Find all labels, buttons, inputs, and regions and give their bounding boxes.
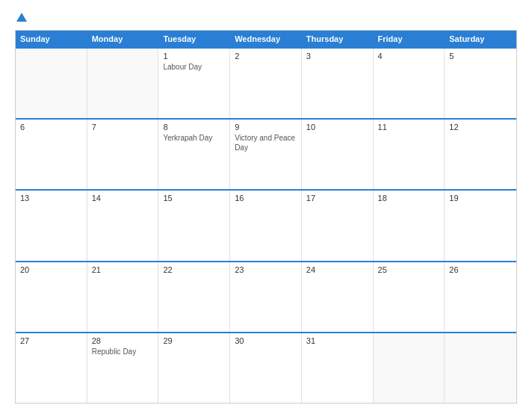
calendar-cell: 12 — [445, 120, 516, 189]
day-number: 19 — [449, 194, 512, 203]
calendar-grid: SundayMondayTuesdayWednesdayThursdayFrid… — [15, 30, 517, 404]
calendar-body: 1Labour Day2345678Yerkrapah Day9Victory … — [16, 47, 516, 403]
calendar-header: SundayMondayTuesdayWednesdayThursdayFrid… — [16, 31, 516, 47]
weekday-header-monday: Monday — [87, 31, 159, 47]
calendar-cell: 20 — [16, 262, 87, 332]
calendar-cell: 10 — [302, 120, 374, 189]
holiday-label: Republic Day — [92, 347, 154, 356]
day-number: 4 — [378, 52, 440, 61]
calendar-cell: 25 — [374, 262, 445, 332]
day-number: 16 — [235, 194, 297, 203]
calendar-cell: 29 — [158, 333, 230, 403]
calendar-page: SundayMondayTuesdayWednesdayThursdayFrid… — [0, 0, 532, 411]
calendar-cell: 1Labour Day — [158, 49, 230, 118]
weekday-header-friday: Friday — [374, 31, 445, 47]
day-number: 3 — [306, 52, 368, 61]
weekday-header-tuesday: Tuesday — [158, 31, 230, 47]
day-number: 29 — [163, 336, 225, 345]
calendar-cell: 24 — [302, 262, 374, 332]
calendar-cell: 6 — [16, 120, 87, 189]
calendar-cell: 21 — [87, 262, 159, 332]
calendar-cell: 30 — [230, 333, 302, 403]
day-number: 22 — [163, 265, 225, 274]
calendar-cell — [445, 333, 516, 403]
calendar-cell: 5 — [445, 49, 516, 118]
calendar-cell: 19 — [445, 191, 516, 260]
calendar-week-3: 13141516171819 — [16, 189, 516, 260]
day-number: 31 — [306, 336, 368, 345]
calendar-cell: 23 — [230, 262, 302, 332]
logo-triangle-icon — [16, 13, 27, 22]
calendar-cell — [16, 49, 87, 118]
day-number: 11 — [378, 123, 440, 132]
day-number: 5 — [449, 52, 512, 61]
calendar-week-5: 2728Republic Day293031 — [16, 332, 516, 403]
day-number: 8 — [163, 123, 225, 132]
calendar-cell: 11 — [374, 120, 445, 189]
day-number: 12 — [449, 123, 512, 132]
day-number: 13 — [20, 194, 82, 203]
day-number: 15 — [163, 194, 225, 203]
calendar-week-4: 20212223242526 — [16, 261, 516, 332]
calendar-cell — [87, 49, 159, 118]
day-number: 7 — [92, 123, 154, 132]
logo — [15, 13, 27, 22]
day-number: 14 — [92, 194, 154, 203]
day-number: 25 — [378, 265, 440, 274]
calendar-cell: 22 — [158, 262, 230, 332]
day-number: 30 — [235, 336, 297, 345]
calendar-week-1: 1Labour Day2345 — [16, 47, 516, 118]
holiday-label: Yerkrapah Day — [163, 133, 225, 143]
weekday-header-thursday: Thursday — [302, 31, 374, 47]
day-number: 27 — [20, 336, 82, 345]
day-number: 23 — [235, 265, 297, 274]
calendar-cell: 17 — [302, 191, 374, 260]
day-number: 18 — [378, 194, 440, 203]
weekday-header-saturday: Saturday — [445, 31, 516, 47]
calendar-cell — [374, 333, 445, 403]
calendar-cell: 8Yerkrapah Day — [158, 120, 230, 189]
day-number: 6 — [20, 123, 82, 132]
calendar-cell: 7 — [87, 120, 159, 189]
day-number: 24 — [306, 265, 368, 274]
calendar-cell: 3 — [302, 49, 374, 118]
day-number: 1 — [163, 52, 225, 61]
day-number: 20 — [20, 265, 82, 274]
calendar-cell: 16 — [230, 191, 302, 260]
calendar-cell: 2 — [230, 49, 302, 118]
day-number: 2 — [235, 52, 297, 61]
calendar-cell: 28Republic Day — [87, 333, 159, 403]
day-number: 21 — [92, 265, 154, 274]
calendar-cell: 4 — [374, 49, 445, 118]
day-number: 28 — [92, 336, 154, 345]
calendar-cell: 14 — [87, 191, 159, 260]
holiday-label: Labour Day — [163, 62, 225, 72]
calendar-cell: 31 — [302, 333, 374, 403]
day-number: 10 — [306, 123, 368, 132]
calendar-cell: 27 — [16, 333, 87, 403]
day-number: 26 — [449, 265, 512, 274]
calendar-cell: 15 — [158, 191, 230, 260]
calendar-cell: 18 — [374, 191, 445, 260]
weekday-header-wednesday: Wednesday — [230, 31, 302, 47]
calendar-week-2: 678Yerkrapah Day9Victory and Peace Day10… — [16, 118, 516, 189]
day-number: 9 — [235, 123, 297, 132]
day-number: 17 — [306, 194, 368, 203]
calendar-cell: 13 — [16, 191, 87, 260]
holiday-label: Victory and Peace Day — [235, 133, 297, 152]
calendar-cell: 9Victory and Peace Day — [230, 120, 302, 189]
weekday-header-sunday: Sunday — [16, 31, 87, 47]
calendar-cell: 26 — [445, 262, 516, 332]
page-header — [15, 13, 517, 22]
